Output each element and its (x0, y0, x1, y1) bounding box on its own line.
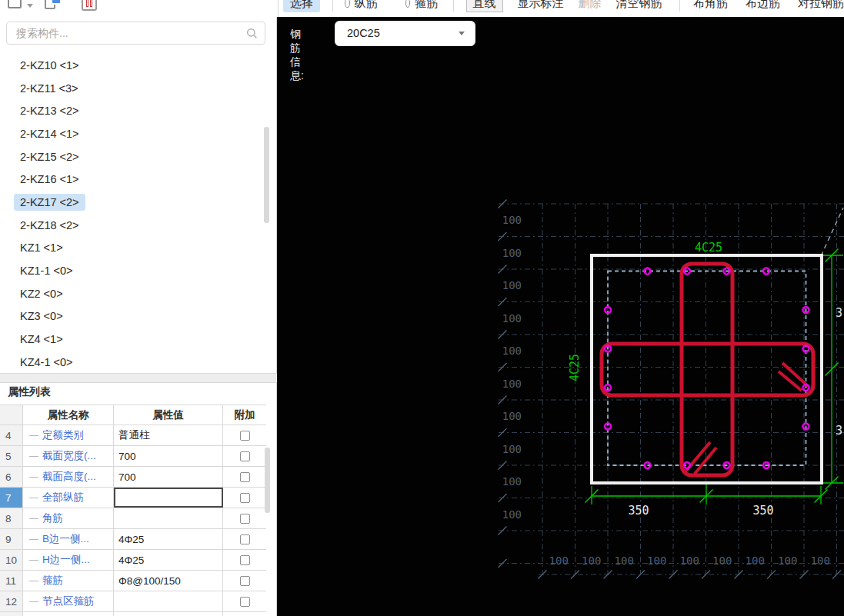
radio-label[interactable]: 箍筋 (415, 0, 438, 11)
tree-connector (29, 539, 38, 540)
extra-checkbox[interactable] (240, 493, 250, 503)
tool-item[interactable]: 显示标注 (518, 0, 564, 11)
list-item[interactable]: 2-KZ11 <3> (0, 77, 271, 100)
property-name: 截面高度(... (23, 467, 114, 487)
list-item[interactable]: 2-KZ18 <2> (0, 214, 271, 237)
list-item-label: 2-KZ18 <2> (14, 217, 85, 234)
copy-icon[interactable] (45, 0, 65, 14)
property-row-number: 4 (0, 425, 23, 445)
list-item[interactable]: 2-KZ14 <1> (0, 122, 271, 145)
tool-item[interactable]: 清空钢筋 (616, 0, 662, 11)
extra-checkbox[interactable] (240, 576, 250, 586)
ruler-label-left: 100 (502, 508, 522, 521)
ruler-label-bottom: 100 (647, 554, 666, 567)
list-item-label: 2-KZ16 <1> (14, 171, 85, 188)
list-item[interactable]: KZ4 <1> (0, 328, 271, 351)
property-value-cell[interactable]: 700 (114, 467, 223, 487)
property-row-number: 11 (0, 571, 23, 591)
property-extra-cell (223, 612, 266, 616)
property-extra-cell (223, 571, 266, 591)
list-item-label: 2-KZ14 <1> (14, 125, 85, 142)
tool-item[interactable]: 直线 (466, 0, 503, 12)
leader-dashed-line (821, 208, 843, 256)
radio-longitudinal[interactable] (345, 0, 349, 8)
list-item[interactable]: KZ1 <1> (0, 237, 271, 260)
stirrup-perimeter-dashed[interactable] (608, 271, 806, 466)
tool-item[interactable]: 对拉钢筋 (798, 0, 844, 11)
delete-icon-bar (90, 0, 92, 7)
top-toolbar: 选择纵筋箍筋直线显示标注删除清空钢筋布角筋布边筋对拉钢筋 (0, 0, 844, 17)
ruler-label-bottom: 100 (746, 554, 765, 567)
ruler-label-bottom: 100 (712, 554, 732, 567)
property-value-cell[interactable] (114, 508, 223, 528)
column-section-drawing[interactable]: 1001001001001001001001001001001001001001… (277, 17, 844, 616)
list-item[interactable]: KZ2 <0> (0, 282, 271, 305)
tool-item[interactable]: 布角筋 (693, 0, 728, 11)
property-row-number: 13 (0, 612, 23, 616)
new-component-icon[interactable] (8, 0, 22, 8)
property-row: 8 角筋 (0, 508, 266, 529)
header-extra: 附加 (223, 405, 266, 425)
property-value-cell[interactable]: 4Φ25 (114, 529, 223, 549)
ruler-label-bottom: 100 (615, 554, 634, 567)
extra-checkbox[interactable] (240, 514, 250, 524)
ruler-label-bottom: 100 (778, 554, 797, 567)
list-item[interactable]: 2-KZ17 <2> (0, 191, 271, 214)
property-value-cell[interactable]: 4Φ25 (114, 550, 223, 570)
property-row: 12 节点区箍筋 (0, 591, 266, 612)
dim-text-right: 3 (836, 306, 842, 320)
property-name: 全部纵筋 (23, 488, 114, 508)
property-row-number: 7 (0, 488, 23, 508)
property-value-cell[interactable]: 700 (114, 446, 223, 466)
list-item[interactable]: 2-KZ15 <2> (0, 145, 271, 168)
properties-scrollbar[interactable] (265, 448, 270, 513)
property-value-cell[interactable]: 普通柱 (114, 425, 223, 445)
list-item[interactable]: KZ4-1 <0> (0, 351, 271, 373)
tree-connector (29, 498, 38, 498)
component-list-scrollbar[interactable] (264, 127, 269, 223)
ruler-label-left: 100 (502, 312, 522, 325)
new-component-dropdown-icon[interactable] (27, 4, 33, 8)
property-row: 7 全部纵筋 (0, 488, 266, 508)
search-icon[interactable] (246, 28, 258, 39)
tool-item[interactable]: 删除 (579, 0, 602, 11)
delete-icon[interactable] (82, 0, 97, 11)
drawing-canvas[interactable]: 1001001001001001001001001001001001001001… (277, 17, 844, 616)
extra-checkbox[interactable] (240, 431, 250, 441)
list-item[interactable]: 2-KZ16 <1> (0, 168, 271, 191)
rebar-info-dropdown[interactable]: 20C25 (335, 21, 475, 46)
stirrup-hook[interactable] (779, 371, 802, 391)
select-tool-button[interactable]: 选择 (283, 0, 320, 12)
property-name: H边一侧... (23, 550, 114, 570)
property-value-cell[interactable]: 按截面 (114, 612, 223, 616)
component-actions (0, 0, 277, 17)
property-value-cell[interactable]: Φ8@100/150 (114, 571, 223, 591)
property-value-cell[interactable] (114, 591, 223, 611)
component-panel: 2-KZ10 <1>2-KZ11 <3>2-KZ13 <2>2-KZ14 <1>… (0, 17, 277, 616)
extra-checkbox[interactable] (240, 472, 250, 482)
extra-checkbox[interactable] (240, 597, 250, 607)
list-item[interactable]: 2-KZ10 <1> (0, 54, 271, 77)
radio-stirrup[interactable] (405, 0, 410, 8)
property-value-cell[interactable] (114, 488, 223, 508)
list-item[interactable]: KZ3 <0> (0, 305, 271, 328)
list-item[interactable]: KZ1-1 <0> (0, 259, 271, 282)
rebar-edit-toolbar: 选择纵筋箍筋直线显示标注删除清空钢筋布角筋布边筋对拉钢筋 (278, 0, 844, 17)
extra-checkbox[interactable] (240, 534, 250, 544)
property-row: 6 截面高度(... 700 (0, 467, 266, 488)
dim-text-bottom: 350 (628, 504, 649, 518)
radio-label[interactable]: 纵筋 (355, 0, 378, 11)
extra-checkbox[interactable] (240, 555, 250, 565)
list-item[interactable]: 2-KZ13 <2> (0, 99, 271, 122)
rebar-group-label-left: 4C25 (568, 354, 582, 381)
search-input[interactable] (7, 22, 265, 44)
tool-item[interactable]: 布边筋 (746, 0, 780, 11)
panel-splitter[interactable] (0, 373, 277, 383)
tree-connector (29, 477, 38, 478)
rebar-info-value: 20C25 (347, 27, 380, 39)
ruler-label-left: 100 (502, 410, 522, 422)
stirrup-horizontal-red[interactable] (602, 344, 813, 395)
header-num (0, 405, 23, 425)
ruler-label-left: 100 (502, 443, 522, 455)
extra-checkbox[interactable] (240, 451, 250, 461)
